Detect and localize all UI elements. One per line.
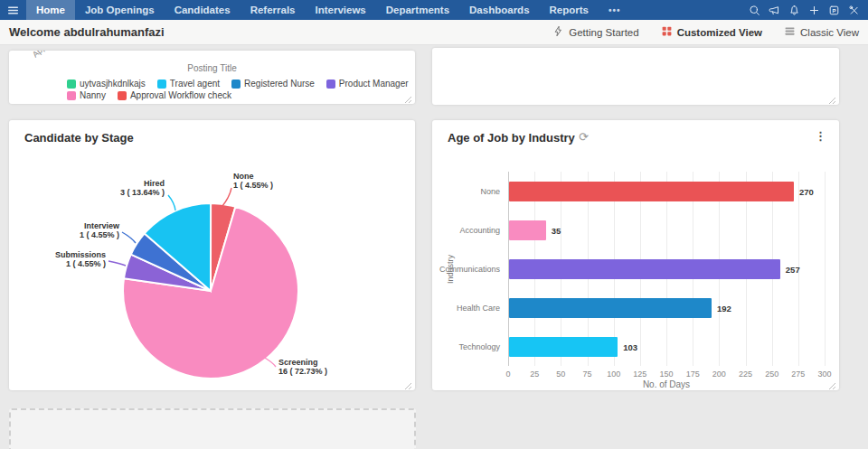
x-tick-label: 75 <box>582 369 591 379</box>
bar-technology[interactable] <box>509 337 618 357</box>
x-tick-label: 100 <box>607 369 620 379</box>
classic-view-button[interactable]: Classic View <box>784 25 859 39</box>
nav-icon-bar: P <box>748 0 868 20</box>
bar-health-care[interactable] <box>509 298 712 318</box>
category-label: Accounting <box>432 226 500 235</box>
portal-icon[interactable]: P <box>827 4 840 16</box>
legend-label: Travel agent <box>170 79 220 89</box>
category-label: Health Care <box>432 304 500 313</box>
legend-item-product-manager[interactable]: Product Manager <box>326 79 409 89</box>
legend-item-nanny[interactable]: Nanny <box>67 90 106 100</box>
hamburger-icon[interactable] <box>0 0 26 20</box>
empty-dashboard-slot[interactable] <box>9 408 416 449</box>
bar-accounting[interactable] <box>509 220 546 240</box>
legend-swatch <box>118 91 127 100</box>
bar-none[interactable] <box>509 182 794 201</box>
x-tick-label: 25 <box>530 369 539 379</box>
nav-tab-reports[interactable]: Reports <box>540 0 599 20</box>
axis-tick-label: Appro... <box>31 51 58 59</box>
bar-value-label: 257 <box>786 265 800 275</box>
category-label: Technology <box>432 342 500 351</box>
legend-label: uytvasjhkdnlkajs <box>80 79 146 89</box>
legend-label: Registered Nurse <box>244 79 315 89</box>
announcement-icon[interactable] <box>768 4 780 16</box>
x-tick-label: 200 <box>712 369 726 379</box>
x-axis-title: Posting Title <box>9 63 415 73</box>
x-tick-label: 125 <box>633 369 646 379</box>
nav-menu: HomeJob OpeningsCandidatesReferralsInter… <box>26 0 631 20</box>
notification-bell-icon[interactable] <box>788 4 800 16</box>
bar-communications[interactable] <box>509 259 780 279</box>
search-icon[interactable] <box>748 4 760 16</box>
resize-handle-icon[interactable] <box>826 92 836 102</box>
nav-tab-job-openings[interactable]: Job Openings <box>75 0 165 20</box>
nav-tab-departments[interactable]: Departments <box>376 0 459 20</box>
x-tick-label: 250 <box>765 369 778 379</box>
gridline <box>825 172 826 366</box>
action-label: Customized View <box>677 27 762 38</box>
x-tick-label: 275 <box>791 369 805 379</box>
legend-item-travel-agent[interactable]: Travel agent <box>157 79 220 89</box>
flash-icon <box>552 25 564 39</box>
page-title: Welcome abdulrahumanfazi <box>9 25 165 39</box>
legend-item-registered-nurse[interactable]: Registered Nurse <box>231 79 315 89</box>
pie-leader-line <box>222 188 231 206</box>
y-axis-title: Industry <box>446 254 455 283</box>
pie-label-hired: Hired3 ( 13.64% ) <box>120 179 165 197</box>
age-of-job-card: Age of Job by Industry ⟳ ⋮ 0255075100125… <box>432 120 839 390</box>
legend-label: Approval Workflow check <box>130 90 231 100</box>
nav-tab-interviews[interactable]: Interviews <box>306 0 376 20</box>
x-tick-label: 50 <box>556 369 565 379</box>
nav-tab-candidates[interactable]: Candidates <box>165 0 241 20</box>
setup-tools-icon[interactable] <box>847 4 860 16</box>
legend-swatch <box>326 80 335 89</box>
pie-label-submissions: Submissions1 ( 4.55% ) <box>55 250 106 268</box>
nav-tab-referrals[interactable]: Referrals <box>241 0 306 20</box>
legend-item-approval-workflow-check[interactable]: Approval Workflow check <box>118 90 231 100</box>
resize-handle-icon[interactable] <box>826 378 836 388</box>
customized-view-button[interactable]: Customized View <box>661 25 762 39</box>
legend-swatch <box>231 80 241 89</box>
resize-handle-icon[interactable] <box>402 378 412 388</box>
view-actions: Getting StartedCustomized ViewClassic Vi… <box>552 25 859 39</box>
nav-tab-dashboards[interactable]: Dashboards <box>459 0 539 20</box>
legend-label: Nanny <box>80 90 106 100</box>
x-tick-label: 225 <box>739 369 752 379</box>
list-icon <box>784 25 796 39</box>
legend-item-uytvasjhkdnlkajs[interactable]: uytvasjhkdnlkajs <box>67 79 146 89</box>
bar-value-label: 270 <box>799 187 814 197</box>
pie-label-interview: Interview1 ( 4.55% ) <box>80 221 119 239</box>
dashboard-main: Appro... Posting Title uytvasjhkdnlkajsT… <box>0 45 868 449</box>
bar-value-label: 192 <box>717 304 731 313</box>
bar-value-label: 103 <box>623 342 637 352</box>
resize-handle-icon[interactable] <box>402 91 412 101</box>
nav-more-icon[interactable]: ••• <box>599 0 631 20</box>
top-navbar: HomeJob OpeningsCandidatesReferralsInter… <box>0 0 868 20</box>
pie-label-screening: Screening16 ( 72.73% ) <box>278 358 327 376</box>
svg-text:P: P <box>832 6 835 13</box>
x-tick-label: 175 <box>686 369 700 379</box>
legend-swatch <box>157 80 166 89</box>
candidate-by-stage-card: Candidate by Stage None1 ( 4.55% )Screen… <box>9 120 415 390</box>
nav-tab-home[interactable]: Home <box>26 0 75 20</box>
x-axis-title: No. of Days <box>643 379 690 389</box>
legend-swatch <box>67 80 76 89</box>
action-label: Classic View <box>800 27 859 38</box>
refresh-icon[interactable]: ⟳ <box>579 130 589 144</box>
pie-leader-line <box>168 195 175 210</box>
getting-started-button[interactable]: Getting Started <box>552 25 638 39</box>
category-label: Communications <box>432 265 500 274</box>
x-tick-label: 0 <box>505 369 510 379</box>
kebab-menu-icon[interactable]: ⋮ <box>815 129 826 143</box>
pie-label-none: None1 ( 4.55% ) <box>233 172 273 190</box>
posting-title-chart-card: Appro... Posting Title uytvasjhkdnlkajsT… <box>9 51 415 104</box>
grid-icon <box>661 25 673 39</box>
category-label: None <box>432 187 500 196</box>
bar-value-label: 35 <box>552 226 561 236</box>
empty-widget-card <box>432 48 839 105</box>
legend-label: Product Manager <box>339 79 409 89</box>
add-icon[interactable] <box>807 4 820 16</box>
pie-leader-line <box>108 261 126 266</box>
pie-leader-line <box>263 357 276 367</box>
chart-legend: uytvasjhkdnlkajsTravel agentRegistered N… <box>67 79 415 100</box>
